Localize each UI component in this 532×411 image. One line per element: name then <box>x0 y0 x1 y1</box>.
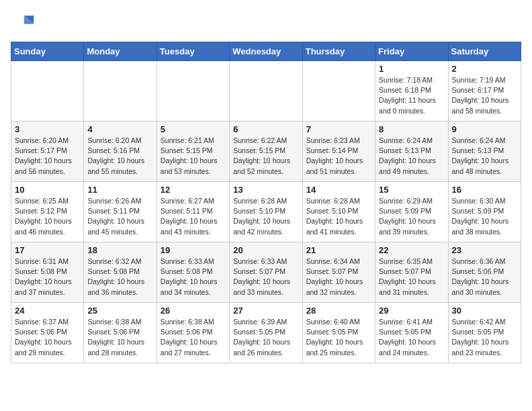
day-info: Sunrise: 6:34 AM Sunset: 5:07 PM Dayligh… <box>306 257 371 298</box>
page-header <box>11 11 521 35</box>
day-info: Sunrise: 6:36 AM Sunset: 5:06 PM Dayligh… <box>452 257 517 298</box>
day-number: 9 <box>452 124 517 134</box>
day-number: 8 <box>379 124 444 134</box>
calendar: SundayMondayTuesdayWednesdayThursdayFrid… <box>11 42 521 363</box>
calendar-cell: 20Sunrise: 6:33 AM Sunset: 5:07 PM Dayli… <box>230 242 302 303</box>
day-info: Sunrise: 7:18 AM Sunset: 6:18 PM Dayligh… <box>379 75 444 116</box>
day-number: 24 <box>15 306 80 316</box>
calendar-cell: 23Sunrise: 6:36 AM Sunset: 5:06 PM Dayli… <box>448 242 521 303</box>
day-info: Sunrise: 6:35 AM Sunset: 5:07 PM Dayligh… <box>379 257 444 298</box>
calendar-header-wednesday: Wednesday <box>230 42 302 61</box>
calendar-week-3: 10Sunrise: 6:25 AM Sunset: 5:12 PM Dayli… <box>11 182 521 242</box>
day-info: Sunrise: 6:42 AM Sunset: 5:05 PM Dayligh… <box>452 317 517 358</box>
calendar-cell: 12Sunrise: 6:27 AM Sunset: 5:11 PM Dayli… <box>157 182 229 242</box>
day-info: Sunrise: 6:28 AM Sunset: 5:10 PM Dayligh… <box>306 196 371 237</box>
calendar-header-sunday: Sunday <box>11 42 84 61</box>
day-info: Sunrise: 6:33 AM Sunset: 5:08 PM Dayligh… <box>161 257 226 298</box>
calendar-cell: 18Sunrise: 6:32 AM Sunset: 5:08 PM Dayli… <box>84 242 157 303</box>
day-number: 15 <box>379 185 444 195</box>
calendar-cell: 4Sunrise: 6:20 AM Sunset: 5:16 PM Daylig… <box>84 122 157 182</box>
day-number: 27 <box>233 306 298 316</box>
calendar-cell: 8Sunrise: 6:24 AM Sunset: 5:13 PM Daylig… <box>375 122 448 182</box>
calendar-cell: 10Sunrise: 6:25 AM Sunset: 5:12 PM Dayli… <box>11 182 84 242</box>
day-number: 4 <box>87 124 152 134</box>
day-info: Sunrise: 6:26 AM Sunset: 5:11 PM Dayligh… <box>87 196 152 237</box>
calendar-cell: 21Sunrise: 6:34 AM Sunset: 5:07 PM Dayli… <box>302 242 375 303</box>
day-number: 30 <box>452 306 517 316</box>
day-info: Sunrise: 6:30 AM Sunset: 5:09 PM Dayligh… <box>452 196 517 237</box>
day-number: 17 <box>15 245 80 255</box>
calendar-cell: 24Sunrise: 6:37 AM Sunset: 5:06 PM Dayli… <box>11 303 84 363</box>
calendar-header: SundayMondayTuesdayWednesdayThursdayFrid… <box>11 42 521 61</box>
calendar-header-thursday: Thursday <box>302 42 375 61</box>
calendar-cell <box>157 61 229 122</box>
day-number: 19 <box>161 245 226 255</box>
day-number: 12 <box>161 185 226 195</box>
calendar-cell: 29Sunrise: 6:41 AM Sunset: 5:05 PM Dayli… <box>375 303 448 363</box>
calendar-cell: 7Sunrise: 6:23 AM Sunset: 5:14 PM Daylig… <box>302 122 375 182</box>
calendar-cell: 17Sunrise: 6:31 AM Sunset: 5:08 PM Dayli… <box>11 242 84 303</box>
day-number: 2 <box>452 64 517 74</box>
calendar-cell: 5Sunrise: 6:21 AM Sunset: 5:15 PM Daylig… <box>157 122 229 182</box>
day-number: 25 <box>87 306 152 316</box>
calendar-cell: 6Sunrise: 6:22 AM Sunset: 5:15 PM Daylig… <box>230 122 302 182</box>
calendar-cell: 14Sunrise: 6:28 AM Sunset: 5:10 PM Dayli… <box>302 182 375 242</box>
calendar-cell: 19Sunrise: 6:33 AM Sunset: 5:08 PM Dayli… <box>157 242 229 303</box>
day-info: Sunrise: 6:20 AM Sunset: 5:17 PM Dayligh… <box>15 136 80 177</box>
day-number: 21 <box>306 245 371 255</box>
day-info: Sunrise: 6:21 AM Sunset: 5:15 PM Dayligh… <box>161 136 226 177</box>
day-number: 18 <box>87 245 152 255</box>
day-number: 6 <box>233 124 298 134</box>
day-info: Sunrise: 6:32 AM Sunset: 5:08 PM Dayligh… <box>87 257 152 298</box>
calendar-cell: 3Sunrise: 6:20 AM Sunset: 5:17 PM Daylig… <box>11 122 84 182</box>
calendar-cell: 1Sunrise: 7:18 AM Sunset: 6:18 PM Daylig… <box>375 61 448 122</box>
day-info: Sunrise: 6:37 AM Sunset: 5:06 PM Dayligh… <box>15 317 80 358</box>
logo-icon <box>11 11 35 35</box>
calendar-cell: 25Sunrise: 6:38 AM Sunset: 5:06 PM Dayli… <box>84 303 157 363</box>
calendar-cell: 11Sunrise: 6:26 AM Sunset: 5:11 PM Dayli… <box>84 182 157 242</box>
calendar-cell: 30Sunrise: 6:42 AM Sunset: 5:05 PM Dayli… <box>448 303 521 363</box>
day-info: Sunrise: 6:39 AM Sunset: 5:05 PM Dayligh… <box>233 317 298 358</box>
calendar-header-monday: Monday <box>84 42 157 61</box>
calendar-week-5: 24Sunrise: 6:37 AM Sunset: 5:06 PM Dayli… <box>11 303 521 363</box>
calendar-header-friday: Friday <box>375 42 448 61</box>
calendar-cell <box>84 61 157 122</box>
day-info: Sunrise: 6:40 AM Sunset: 5:05 PM Dayligh… <box>306 317 371 358</box>
day-number: 10 <box>15 185 80 195</box>
calendar-week-4: 17Sunrise: 6:31 AM Sunset: 5:08 PM Dayli… <box>11 242 521 303</box>
calendar-header-tuesday: Tuesday <box>157 42 229 61</box>
day-number: 14 <box>306 185 371 195</box>
day-info: Sunrise: 6:24 AM Sunset: 5:13 PM Dayligh… <box>379 136 444 177</box>
calendar-cell: 27Sunrise: 6:39 AM Sunset: 5:05 PM Dayli… <box>230 303 302 363</box>
day-info: Sunrise: 6:38 AM Sunset: 5:06 PM Dayligh… <box>161 317 226 358</box>
day-info: Sunrise: 6:20 AM Sunset: 5:16 PM Dayligh… <box>87 136 152 177</box>
day-info: Sunrise: 7:19 AM Sunset: 6:17 PM Dayligh… <box>452 75 517 116</box>
calendar-cell <box>302 61 375 122</box>
day-number: 11 <box>87 185 152 195</box>
day-info: Sunrise: 6:33 AM Sunset: 5:07 PM Dayligh… <box>233 257 298 298</box>
day-number: 26 <box>161 306 226 316</box>
day-info: Sunrise: 6:24 AM Sunset: 5:13 PM Dayligh… <box>452 136 517 177</box>
day-info: Sunrise: 6:29 AM Sunset: 5:09 PM Dayligh… <box>379 196 444 237</box>
day-number: 13 <box>233 185 298 195</box>
calendar-cell: 28Sunrise: 6:40 AM Sunset: 5:05 PM Dayli… <box>302 303 375 363</box>
day-info: Sunrise: 6:28 AM Sunset: 5:10 PM Dayligh… <box>233 196 298 237</box>
day-info: Sunrise: 6:38 AM Sunset: 5:06 PM Dayligh… <box>87 317 152 358</box>
day-number: 22 <box>379 245 444 255</box>
day-number: 1 <box>379 64 444 74</box>
calendar-cell <box>11 61 84 122</box>
calendar-cell: 2Sunrise: 7:19 AM Sunset: 6:17 PM Daylig… <box>448 61 521 122</box>
day-info: Sunrise: 6:27 AM Sunset: 5:11 PM Dayligh… <box>161 196 226 237</box>
calendar-cell: 16Sunrise: 6:30 AM Sunset: 5:09 PM Dayli… <box>448 182 521 242</box>
day-info: Sunrise: 6:25 AM Sunset: 5:12 PM Dayligh… <box>15 196 80 237</box>
day-info: Sunrise: 6:22 AM Sunset: 5:15 PM Dayligh… <box>233 136 298 177</box>
calendar-week-2: 3Sunrise: 6:20 AM Sunset: 5:17 PM Daylig… <box>11 122 521 182</box>
day-info: Sunrise: 6:23 AM Sunset: 5:14 PM Dayligh… <box>306 136 371 177</box>
day-number: 29 <box>379 306 444 316</box>
calendar-cell: 13Sunrise: 6:28 AM Sunset: 5:10 PM Dayli… <box>230 182 302 242</box>
calendar-cell <box>230 61 302 122</box>
calendar-header-saturday: Saturday <box>448 42 521 61</box>
day-number: 20 <box>233 245 298 255</box>
logo <box>11 11 39 35</box>
day-number: 5 <box>161 124 226 134</box>
